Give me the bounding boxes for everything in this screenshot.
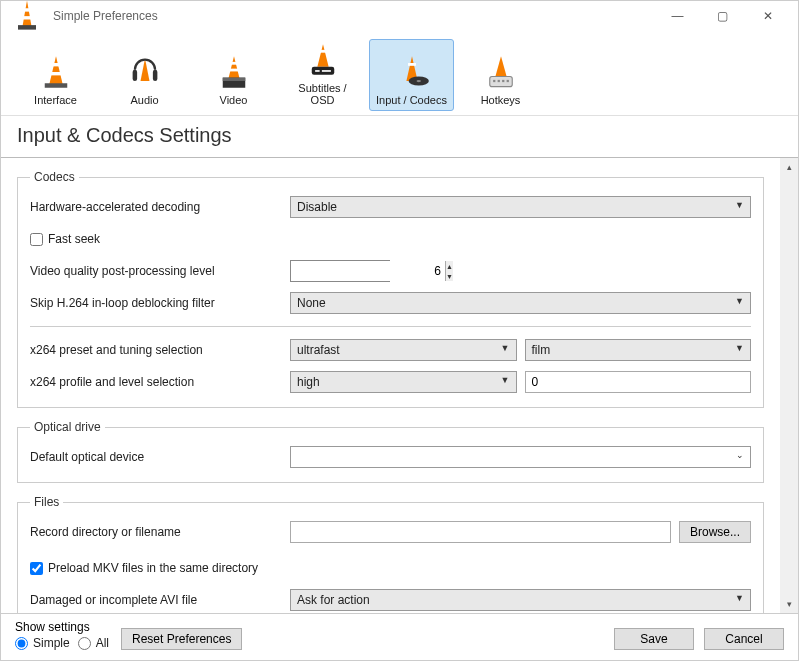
browse-button[interactable]: Browse... — [679, 521, 751, 543]
record-dir-input[interactable] — [290, 521, 671, 543]
clapper-cone-icon — [216, 54, 252, 90]
chevron-down-icon: ▼ — [735, 296, 744, 306]
x264-level-input[interactable] — [525, 371, 752, 393]
record-dir-label: Record directory or filename — [30, 525, 290, 539]
chevron-down-icon: ▼ — [735, 343, 744, 353]
x264-profile-combo[interactable]: high ▼ — [290, 371, 517, 393]
disc-cone-icon — [394, 54, 430, 90]
optical-device-label: Default optical device — [30, 450, 290, 464]
chevron-down-icon: ▼ — [735, 593, 744, 603]
preferences-window: Simple Preferences — ▢ ✕ Interface Audio… — [0, 0, 799, 661]
files-group: Files Record directory or filename Brows… — [17, 495, 764, 613]
codecs-group: Codecs Hardware-accelerated decoding Dis… — [17, 170, 764, 408]
svg-rect-7 — [152, 70, 157, 81]
optical-legend: Optical drive — [30, 420, 105, 434]
reset-preferences-button[interactable]: Reset Preferences — [121, 628, 242, 650]
damaged-avi-combo[interactable]: Ask for action ▼ — [290, 589, 751, 611]
chevron-down-icon: ▼ — [735, 200, 744, 210]
preload-mkv-input[interactable] — [30, 562, 43, 575]
video-postproc-value[interactable] — [291, 261, 445, 281]
headphones-cone-icon — [127, 54, 163, 90]
svg-rect-9 — [228, 69, 238, 72]
maximize-button[interactable]: ▢ — [700, 2, 745, 30]
scroll-up-arrow[interactable]: ▴ — [780, 158, 798, 176]
video-postproc-spinner[interactable]: ▲ ▼ — [290, 260, 390, 282]
x264-profile-label: x264 profile and level selection — [30, 375, 290, 389]
keyboard-cone-icon — [483, 54, 519, 90]
cancel-button[interactable]: Cancel — [704, 628, 784, 650]
svg-rect-0 — [24, 8, 31, 11]
spinner-down[interactable]: ▼ — [446, 271, 453, 281]
optical-group: Optical drive Default optical device ⌄ — [17, 420, 764, 483]
svg-rect-23 — [506, 80, 508, 82]
svg-rect-6 — [132, 70, 137, 81]
x264-preset-combo[interactable]: ultrafast ▼ — [290, 339, 517, 361]
svg-rect-2 — [18, 25, 36, 30]
settings-content: Codecs Hardware-accelerated decoding Dis… — [1, 158, 780, 613]
tab-hotkeys[interactable]: Hotkeys — [458, 39, 543, 111]
svg-rect-5 — [44, 83, 67, 88]
svg-rect-11 — [222, 78, 245, 81]
svg-rect-3 — [52, 63, 59, 66]
fast-seek-checkbox[interactable]: Fast seek — [30, 232, 100, 246]
hw-decoding-combo[interactable]: Disable ▼ — [290, 196, 751, 218]
save-button[interactable]: Save — [614, 628, 694, 650]
skip-h264-label: Skip H.264 in-loop deblocking filter — [30, 296, 290, 310]
svg-rect-16 — [408, 63, 416, 66]
show-all-radio[interactable]: All — [78, 636, 109, 650]
hw-decoding-label: Hardware-accelerated decoding — [30, 200, 290, 214]
titlebar: Simple Preferences — ▢ ✕ — [1, 1, 798, 31]
x264-tune-combo[interactable]: film ▼ — [525, 339, 752, 361]
svg-rect-8 — [230, 62, 238, 65]
category-tabbar: Interface Audio Video Subtitles / OSD In… — [1, 31, 798, 116]
files-legend: Files — [30, 495, 63, 509]
subtitle-cone-icon — [305, 42, 341, 78]
codecs-legend: Codecs — [30, 170, 79, 184]
chevron-down-icon: ⌄ — [736, 450, 744, 460]
vertical-scrollbar[interactable]: ▴ ▾ — [780, 158, 798, 613]
window-title: Simple Preferences — [53, 9, 655, 23]
svg-rect-14 — [315, 70, 320, 72]
svg-point-18 — [416, 80, 421, 82]
damaged-avi-label: Damaged or incomplete AVI file — [30, 593, 290, 607]
svg-rect-15 — [321, 70, 330, 72]
tab-video[interactable]: Video — [191, 39, 276, 111]
x264-preset-label: x264 preset and tuning selection — [30, 343, 290, 357]
chevron-down-icon: ▼ — [501, 375, 510, 385]
page-title: Input & Codecs Settings — [1, 116, 798, 158]
preload-mkv-checkbox[interactable]: Preload MKV files in the same directory — [30, 561, 258, 575]
skip-h264-combo[interactable]: None ▼ — [290, 292, 751, 314]
tab-interface[interactable]: Interface — [13, 39, 98, 111]
fast-seek-input[interactable] — [30, 233, 43, 246]
svg-rect-22 — [502, 80, 504, 82]
svg-rect-12 — [319, 50, 327, 53]
minimize-button[interactable]: — — [655, 2, 700, 30]
tab-audio[interactable]: Audio — [102, 39, 187, 111]
svg-rect-4 — [50, 72, 60, 75]
spinner-up[interactable]: ▲ — [446, 261, 453, 271]
tab-subtitles[interactable]: Subtitles / OSD — [280, 39, 365, 111]
close-button[interactable]: ✕ — [745, 2, 790, 30]
chevron-down-icon: ▼ — [501, 343, 510, 353]
cone-icon — [38, 54, 74, 90]
svg-rect-20 — [493, 80, 495, 82]
svg-rect-1 — [23, 16, 32, 19]
svg-rect-21 — [497, 80, 499, 82]
scroll-down-arrow[interactable]: ▾ — [780, 595, 798, 613]
video-postproc-label: Video quality post-processing level — [30, 264, 290, 278]
show-settings-label: Show settings — [15, 620, 109, 634]
footer: Show settings Simple All Reset Preferenc… — [1, 613, 798, 660]
tab-input-codecs[interactable]: Input / Codecs — [369, 39, 454, 111]
show-simple-radio[interactable]: Simple — [15, 636, 70, 650]
optical-device-combo[interactable]: ⌄ — [290, 446, 751, 468]
